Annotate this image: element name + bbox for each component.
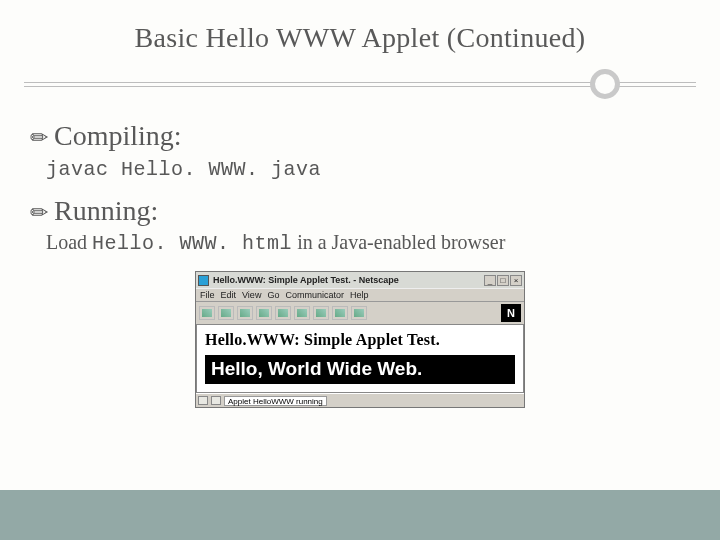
guide-button[interactable] [294,306,310,320]
page-heading: Hello.WWW: Simple Applet Test. [205,331,515,349]
status-bar: Applet HelloWWW running [196,393,524,407]
compiling-command: javac Hello. WWW. java [46,158,720,181]
running-heading: ✏ Running: [30,195,720,227]
netscape-logo-icon: N [501,304,521,322]
menu-help[interactable]: Help [350,290,369,300]
app-icon [198,275,209,286]
status-icon [211,396,221,405]
maximize-button[interactable]: □ [497,275,509,286]
menu-communicator[interactable]: Communicator [285,290,344,300]
browser-screenshot: Hello.WWW: Simple Applet Test. - Netscap… [195,271,525,408]
toolbar: N [196,302,524,325]
page-content: Hello.WWW: Simple Applet Test. Hello, Wo… [196,325,524,393]
menu-file[interactable]: File [200,290,215,300]
window-titlebar: Hello.WWW: Simple Applet Test. - Netscap… [196,272,524,288]
status-text: Applet HelloWWW running [224,396,327,406]
footer-band [0,490,720,540]
menu-go[interactable]: Go [267,290,279,300]
forward-button[interactable] [218,306,234,320]
status-icon [198,396,208,405]
window-title: Hello.WWW: Simple Applet Test. - Netscap… [213,275,483,285]
bullet-icon: ✏ [30,200,48,226]
compiling-label: Compiling: [54,120,182,152]
running-prefix: Load [46,231,92,253]
menu-edit[interactable]: Edit [221,290,237,300]
reload-button[interactable] [237,306,253,320]
slide-title: Basic Hello WWW Applet (Continued) [0,0,720,64]
search-button[interactable] [275,306,291,320]
running-label: Running: [54,195,158,227]
compiling-heading: ✏ Compiling: [30,120,720,152]
stop-button[interactable] [351,306,367,320]
bullet-icon: ✏ [30,125,48,151]
menu-view[interactable]: View [242,290,261,300]
back-button[interactable] [199,306,215,320]
title-divider [24,72,696,98]
menu-bar: File Edit View Go Communicator Help [196,288,524,302]
running-suffix: in a Java-enabled browser [292,231,505,253]
home-button[interactable] [256,306,272,320]
minimize-button[interactable]: _ [484,275,496,286]
running-file: Hello. WWW. html [92,232,292,255]
print-button[interactable] [313,306,329,320]
running-instruction: Load Hello. WWW. html in a Java-enabled … [46,231,720,255]
close-button[interactable]: × [510,275,522,286]
applet-output: Hello, World Wide Web. [205,355,515,384]
security-button[interactable] [332,306,348,320]
